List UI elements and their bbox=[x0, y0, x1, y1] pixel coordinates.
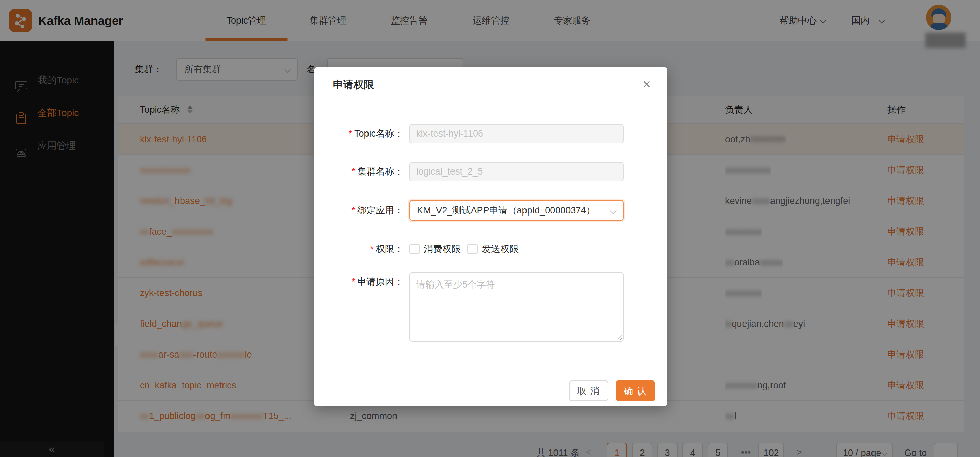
topic-name-input-disabled: klx-test-hyl-1106 bbox=[409, 124, 624, 144]
required-asterisk: * bbox=[352, 276, 355, 287]
apply-reason-label: *申请原因： bbox=[314, 276, 403, 287]
consume-permission-label[interactable]: 消费权限 bbox=[424, 244, 461, 254]
confirm-button[interactable]: 确 认 bbox=[616, 380, 655, 401]
app-screen: Kafka Manager Topic管理 集群管理 监控告警 运维管控 专家服… bbox=[0, 0, 980, 457]
cancel-button[interactable]: 取 消 bbox=[569, 380, 608, 401]
required-asterisk: * bbox=[348, 128, 352, 139]
cluster-name-input-disabled: logical_test_2_5 bbox=[409, 162, 624, 181]
required-asterisk: * bbox=[352, 166, 355, 177]
required-asterisk: * bbox=[352, 205, 355, 216]
required-asterisk: * bbox=[370, 244, 374, 254]
send-permission-checkbox[interactable] bbox=[468, 244, 478, 254]
bind-app-label: *绑定应用： bbox=[314, 200, 403, 221]
close-icon[interactable]: × bbox=[638, 76, 655, 93]
chevron-down-icon bbox=[610, 207, 617, 214]
apply-reason-textarea[interactable]: 请输入至少5个字符 bbox=[409, 272, 624, 342]
consume-permission-checkbox[interactable] bbox=[409, 244, 420, 254]
cluster-name-label: *集群名称： bbox=[314, 162, 403, 181]
apply-permission-modal: 申请权限 × *Topic名称： klx-test-hyl-1106 *集群名称… bbox=[314, 67, 667, 406]
modal-header: 申请权限 × bbox=[314, 67, 667, 102]
permission-label: *权限： bbox=[314, 244, 403, 254]
modal-footer: 取 消 确 认 bbox=[314, 372, 667, 406]
bind-app-select[interactable]: KM_V2_测试APP申请（appId_00000374） bbox=[409, 200, 624, 221]
send-permission-label[interactable]: 发送权限 bbox=[482, 244, 519, 254]
topic-name-label: *Topic名称： bbox=[314, 124, 403, 144]
modal-title: 申请权限 bbox=[333, 67, 374, 102]
